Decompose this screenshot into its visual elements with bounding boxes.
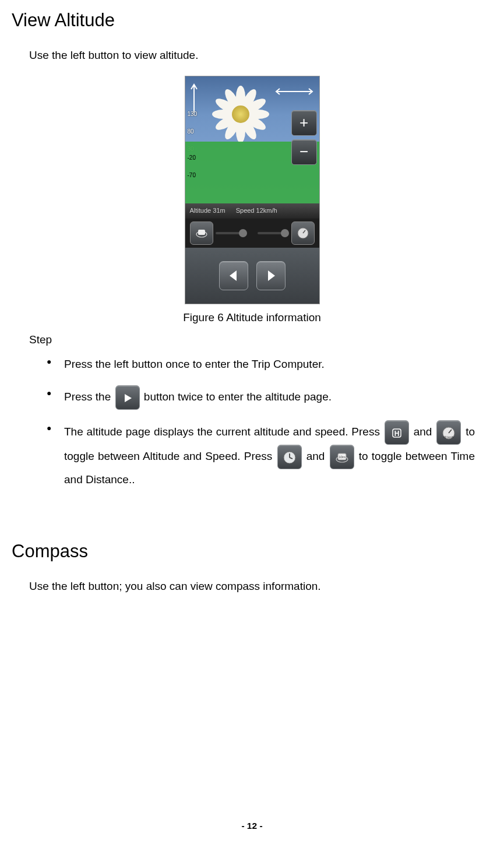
time-clock-icon [277,445,302,469]
background-flower [214,88,267,140]
figure-6: 130 80 30 -20 -70 + − Altitude 31m Speed… [23,76,481,326]
intro-compass: Use the left button; you also can view c… [29,578,481,595]
heading-view-altitude: View Altitude [12,6,481,35]
slider-track-left[interactable] [216,232,247,234]
step-2: Press the button twice to enter the alti… [47,385,475,410]
step-3: The altitude page displays the current a… [47,420,475,490]
y-tick-neg20: -20 [188,153,196,163]
svg-marker-8 [125,394,132,402]
step-label: Step [29,331,481,349]
nav-row [185,248,319,304]
y-tick-neg70: -70 [188,171,196,180]
speed-gauge-icon: 40 km/h [436,420,461,445]
status-bar: Altitude 31m Speed 12km/h [185,203,319,219]
toggle-row [185,219,319,248]
zoom-in-button[interactable]: + [291,110,317,136]
altitude-chart-area: 130 80 30 -20 -70 + − [185,76,319,203]
svg-marker-7 [268,270,275,281]
svg-text:H: H [394,430,399,438]
device-screenshot: 130 80 30 -20 -70 + − Altitude 31m Speed… [185,76,320,304]
steps-list: Press the left button once to enter the … [47,354,475,490]
intro-altitude: Use the left button to view altitude. [29,47,481,64]
svg-marker-6 [230,270,237,281]
altitude-h-icon: H [385,420,409,445]
distance-tape-icon: 10m [330,445,354,469]
next-button[interactable] [256,261,286,290]
prev-button[interactable] [219,261,248,290]
slider-track-right[interactable] [258,232,289,234]
speed-toggle-button[interactable] [291,221,315,245]
svg-rect-3 [198,230,205,235]
figure-caption: Figure 6 Altitude information [183,309,321,326]
horizontal-axis-arrow-icon [275,83,313,92]
next-arrow-icon [115,385,140,410]
distance-toggle-button[interactable] [190,221,213,245]
step-1: Press the left button once to enter the … [47,354,475,375]
svg-text:10m: 10m [339,455,346,459]
heading-compass: Compass [12,537,481,566]
page-number: - 12 - [0,819,504,834]
svg-text:40 km/h: 40 km/h [443,435,454,439]
vertical-axis-arrow-icon [190,83,198,112]
zoom-out-button[interactable]: − [291,139,317,165]
